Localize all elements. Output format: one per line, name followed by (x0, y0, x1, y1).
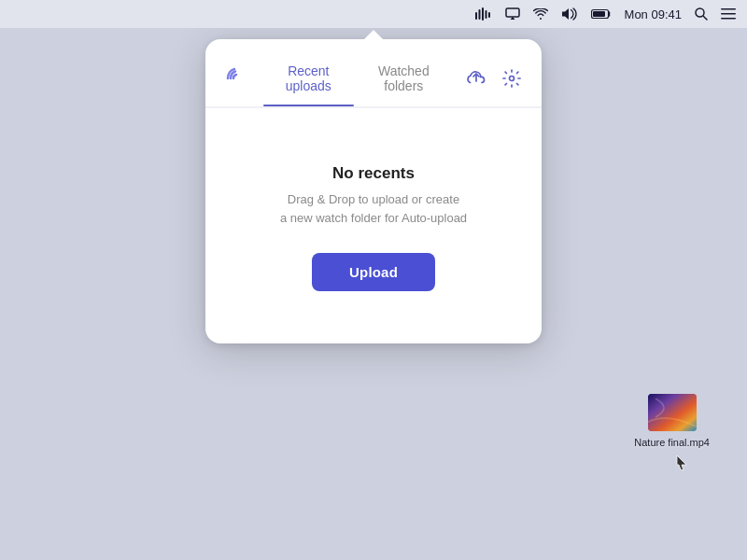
popup-panel: Recent uploads Watched folders No recent… (205, 39, 542, 343)
file-label: Nature final.mp4 (634, 437, 710, 448)
svg-rect-0 (475, 12, 477, 20)
tabs-container: Recent uploads Watched folders (263, 58, 450, 99)
menubar-time: Mon 09:41 (625, 7, 682, 21)
svg-rect-1 (478, 9, 480, 20)
svg-rect-10 (721, 13, 736, 15)
cursor (676, 455, 687, 471)
app-logo-icon (224, 66, 248, 91)
svg-rect-3 (485, 10, 486, 19)
upload-button[interactable]: Upload (312, 253, 435, 291)
desktop-file[interactable]: Nature final.mp4 (634, 394, 710, 448)
popup-content: No recents Drag & Drop to upload or crea… (205, 108, 542, 314)
tab-watched-folders[interactable]: Watched folders (358, 58, 450, 99)
svg-rect-9 (721, 8, 736, 10)
svg-rect-7 (593, 11, 605, 17)
no-recents-description: Drag & Drop to upload or create a new wa… (280, 190, 467, 227)
sound-waves-icon (475, 7, 492, 21)
svg-point-12 (510, 77, 514, 81)
wifi-icon (533, 8, 548, 20)
file-thumbnail (648, 394, 697, 431)
tab-recent-uploads[interactable]: Recent uploads (263, 58, 354, 99)
volume-icon (561, 7, 578, 21)
svg-point-8 (696, 8, 704, 17)
settings-button[interactable] (500, 67, 523, 90)
svg-rect-4 (488, 12, 490, 18)
svg-rect-2 (482, 7, 484, 21)
menubar: Mon 09:41 (0, 0, 747, 28)
svg-rect-13 (648, 394, 697, 431)
airplay-icon (505, 7, 520, 21)
header-actions (465, 67, 523, 90)
menubar-icons: Mon 09:41 (475, 7, 736, 21)
svg-rect-11 (721, 18, 736, 20)
svg-rect-5 (506, 8, 519, 17)
upload-cloud-button[interactable] (465, 68, 487, 89)
no-recents-title: No recents (332, 164, 415, 183)
search-icon[interactable] (695, 7, 708, 21)
popup-header: Recent uploads Watched folders (205, 39, 542, 99)
battery-icon (591, 8, 612, 20)
menu-icon[interactable] (721, 8, 736, 20)
